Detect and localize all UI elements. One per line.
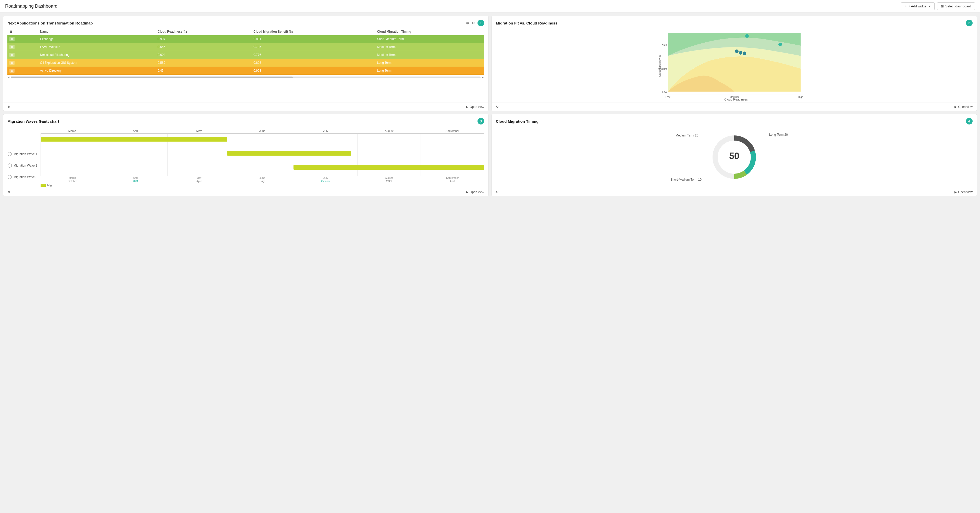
widget-1-footer: ↻ ▶ Open view	[3, 103, 488, 111]
row-timing: Long Term	[375, 59, 484, 67]
row-icon: ▦	[7, 59, 38, 67]
row-name: Exchange	[38, 35, 156, 43]
row-timing: Short-Medium Term	[375, 35, 484, 43]
move-icon[interactable]: ⊕	[466, 21, 469, 25]
donut-container: 50 Long Term 20 Medium Term 20 Short-Med…	[492, 127, 977, 188]
row-icon: ▦	[7, 67, 38, 75]
col-header-benefit[interactable]: Cloud Migration Benefit ⇅₂	[251, 28, 375, 35]
row-readiness: 0.904	[156, 35, 251, 43]
gantt-bottom-months: March April May June July August Septemb…	[41, 176, 484, 179]
scroll-right-arrow[interactable]: ►	[482, 76, 484, 79]
row-icon: ▦	[7, 51, 38, 59]
row-benefit: 0.803	[251, 59, 375, 67]
widget-1-badge: 1	[477, 20, 484, 26]
svg-text:Low: Low	[666, 96, 670, 98]
row-timing: Long Term	[375, 67, 484, 75]
wave-2-label: Migration Wave 2	[7, 163, 41, 168]
play-icon-3: ▶	[466, 190, 468, 194]
wave-3-bar	[293, 165, 484, 170]
page-title: Roadmapping Dashboard	[5, 3, 57, 9]
widget-2-controls: 2	[966, 20, 973, 26]
scatter-container: Cloud Strategy fit Low Medium High Cloud…	[492, 28, 977, 103]
row-readiness: 0.589	[156, 59, 251, 67]
svg-text:High: High	[662, 43, 667, 46]
gantt-year-row: October 2020 April July October 2021 Apr…	[41, 180, 484, 183]
open-view-2-button[interactable]: ▶ Open view	[955, 105, 973, 109]
row-name: Nextcloud Filesharing	[38, 51, 156, 59]
refresh-icon-2[interactable]: ↻	[496, 105, 499, 109]
row-timing: Medium Term	[375, 43, 484, 51]
row-benefit: 0.993	[251, 67, 375, 75]
widget-3-footer: ↻ ▶ Open view	[3, 188, 488, 196]
long-term-label: Long Term 20	[769, 133, 788, 137]
gantt-inner: Migration Wave 1 Migration Wave 2 Migrat…	[7, 127, 484, 183]
play-icon: ▶	[466, 105, 468, 109]
col-header-add[interactable]: ⊞	[7, 28, 38, 35]
widget-4-title: Cloud Migration Timing	[496, 119, 538, 124]
svg-marker-16	[8, 164, 11, 168]
row-readiness: 0.45	[156, 67, 251, 75]
widget-2-title: Migration Fit vs. Cloud Readiness	[496, 21, 557, 25]
col-header-readiness[interactable]: Cloud Readiness ⇅₁	[156, 28, 251, 35]
plus-icon: +	[905, 4, 907, 8]
row-benefit: 0.776	[251, 51, 375, 59]
gantt-container: Migration Wave 1 Migration Wave 2 Migrat…	[3, 127, 488, 188]
row-name: Active Directory	[38, 67, 156, 75]
gantt-legend-label: Migr	[47, 184, 52, 187]
table-row: ▦ Exchange 0.904 0.891 Short-Medium Term	[7, 35, 484, 43]
row-icon: ▦	[7, 43, 38, 51]
svg-marker-17	[8, 175, 11, 179]
svg-text:Medium: Medium	[658, 68, 667, 70]
table-container: ⊞ Name Cloud Readiness ⇅₁ Cloud Migratio…	[3, 28, 488, 75]
widget-4-badge: 4	[966, 118, 973, 124]
chevron-down-icon: ▾	[929, 4, 931, 8]
widget-4-controls: 4	[966, 118, 973, 124]
svg-text:Medium: Medium	[730, 96, 739, 98]
table-row: ▦ LAMP Website 0.656 0.785 Medium Term	[7, 43, 484, 51]
widget-2-footer: ↻ ▶ Open view	[492, 103, 977, 111]
widget-3: Migration Waves Gantt chart 3 Migration …	[3, 114, 488, 196]
wave-2-bar	[227, 151, 351, 156]
refresh-icon-4[interactable]: ↻	[496, 190, 499, 194]
row-name: Oil Exploration GIS System	[38, 59, 156, 67]
table-scrollbar[interactable]: ◄ ►	[3, 75, 488, 79]
medium-term-label: Medium Term 20	[676, 134, 698, 137]
header-buttons: + + Add widget ▾ ⊞ Select dashboard	[901, 2, 975, 10]
donut-wrapper: 50 Long Term 20 Medium Term 20 Short-Med…	[709, 132, 760, 183]
wave-1-bar	[41, 137, 227, 141]
select-dashboard-button[interactable]: ⊞ Select dashboard	[937, 2, 975, 10]
table-row: ▦ Oil Exploration GIS System 0.589 0.803…	[7, 59, 484, 67]
svg-text:50: 50	[729, 151, 739, 161]
open-view-1-button[interactable]: ▶ Open view	[466, 105, 484, 109]
gantt-legend-color	[41, 184, 46, 187]
svg-marker-15	[8, 152, 11, 156]
widget-1-header: Next Applications on Transformation Road…	[3, 16, 488, 28]
svg-text:High: High	[798, 96, 803, 98]
grid-icon: ⊞	[941, 4, 944, 8]
row-timing: Medium Term	[375, 51, 484, 59]
row-benefit: 0.891	[251, 35, 375, 43]
refresh-icon-3[interactable]: ↻	[7, 190, 10, 194]
refresh-icon[interactable]: ↻	[7, 105, 10, 109]
open-view-3-button[interactable]: ▶ Open view	[466, 190, 484, 194]
svg-point-10	[745, 34, 749, 38]
applications-table: ⊞ Name Cloud Readiness ⇅₁ Cloud Migratio…	[7, 28, 484, 75]
gantt-labels: Migration Wave 1 Migration Wave 2 Migrat…	[7, 127, 41, 183]
dashboard-grid: Next Applications on Transformation Road…	[0, 13, 980, 199]
svg-point-12	[735, 49, 738, 53]
open-view-4-button[interactable]: ▶ Open view	[955, 190, 973, 194]
svg-text:Cloud Strategy fit: Cloud Strategy fit	[658, 56, 661, 77]
widget-1: Next Applications on Transformation Road…	[3, 16, 488, 111]
widget-1-controls: ⊕ ⚙ 1	[466, 20, 484, 26]
wave-1-label: Migration Wave 1	[7, 152, 41, 156]
donut-chart: 50	[709, 132, 760, 183]
svg-point-14	[743, 52, 746, 55]
widget-3-controls: 3	[477, 118, 484, 124]
row-readiness: 0.656	[156, 43, 251, 51]
widget-2-header: Migration Fit vs. Cloud Readiness 2	[492, 16, 977, 28]
widget-2: Migration Fit vs. Cloud Readiness 2	[492, 16, 977, 111]
gantt-header: March April May June July August Septemb…	[41, 127, 484, 134]
add-widget-button[interactable]: + + Add widget ▾	[901, 2, 934, 10]
scroll-left-arrow[interactable]: ◄	[7, 76, 10, 79]
gear-icon[interactable]: ⚙	[472, 21, 475, 25]
